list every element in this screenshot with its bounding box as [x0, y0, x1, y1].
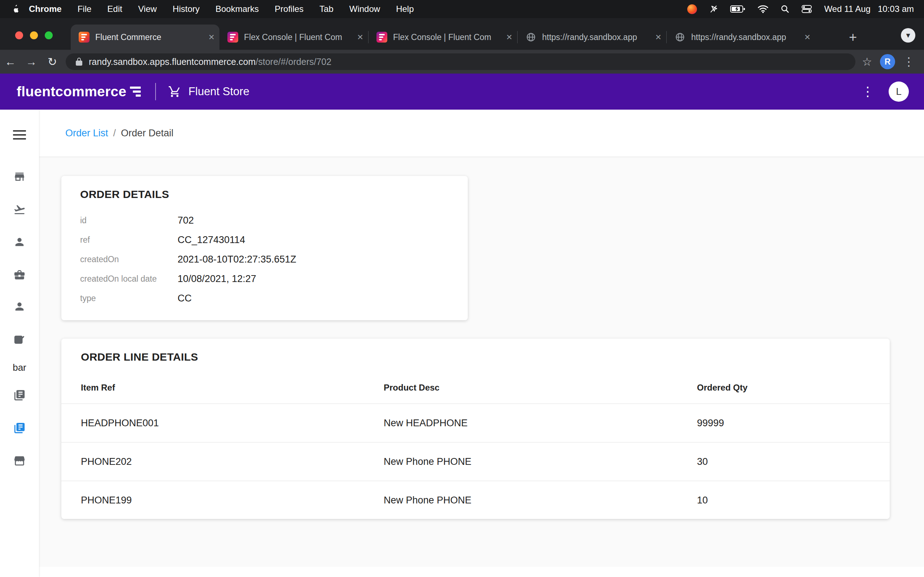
tab-sandbox-1[interactable]: https://randy.sandbox.app ×: [518, 24, 666, 50]
cell-ordered-qty: 10: [697, 495, 890, 506]
sidebar-item-work[interactable]: [13, 268, 26, 281]
tab-label: Flex Console | Fluent Com: [244, 32, 352, 42]
cell-item-ref: PHONE202: [81, 456, 384, 467]
cell-item-ref: PHONE199: [81, 495, 384, 506]
tab-close-icon[interactable]: ×: [656, 32, 661, 42]
tab-close-icon[interactable]: ×: [804, 32, 810, 42]
table-row[interactable]: PHONE199 New Phone PHONE 10: [61, 481, 890, 519]
sidebar-item-user[interactable]: [13, 300, 26, 313]
menubar-item-chrome[interactable]: Chrome: [29, 4, 62, 14]
globe-favicon-icon: [675, 32, 685, 43]
back-button[interactable]: ←: [0, 56, 21, 68]
secure-lock-icon[interactable]: [75, 57, 83, 66]
order-line-details-card: ORDER LINE DETAILS Item Ref Product Desc…: [61, 338, 890, 519]
tab-fluent-commerce[interactable]: Fluent Commerce ×: [71, 24, 220, 50]
order-line-details-title: ORDER LINE DETAILS: [81, 351, 890, 363]
reload-button[interactable]: ↻: [42, 56, 63, 68]
field-value: 10/08/2021, 12:27: [178, 273, 468, 285]
sidebar-item-catalog[interactable]: [13, 389, 26, 402]
tab-close-icon[interactable]: ×: [506, 32, 512, 42]
app-header-actions: ⋮ L: [861, 82, 909, 102]
tab-label: Flex Console | Fluent Com: [393, 32, 501, 42]
menubar-clock[interactable]: Wed 11 Aug 10:03 am: [824, 4, 914, 14]
pointer-disabled-icon[interactable]: [709, 5, 718, 13]
battery-icon[interactable]: [730, 5, 745, 13]
field-row: id 702: [80, 211, 468, 230]
field-row: createdOn local date 10/08/2021, 12:27: [80, 269, 468, 288]
menubar-item-help[interactable]: Help: [396, 4, 414, 14]
sidebar-item-store[interactable]: [13, 170, 26, 183]
table-row[interactable]: PHONE202 New Phone PHONE 30: [61, 443, 890, 481]
new-tab-button[interactable]: +: [845, 29, 861, 45]
field-value: CC_127430114: [178, 234, 468, 246]
cell-product-desc: New Phone PHONE: [384, 456, 697, 467]
tab-close-icon[interactable]: ×: [208, 32, 215, 42]
browser-menu-icon[interactable]: ⋮: [903, 55, 914, 69]
tab-label: https://randy.sandbox.app: [691, 32, 800, 42]
app-overflow-menu-icon[interactable]: ⋮: [861, 84, 874, 99]
tab-label: https://randy.sandbox.app: [542, 32, 650, 42]
cell-product-desc: New Phone PHONE: [384, 495, 697, 506]
header-divider: [155, 83, 156, 100]
wifi-icon[interactable]: [758, 5, 769, 13]
window-controls: [15, 31, 53, 39]
fluentcommerce-logo-mark-icon: [130, 87, 141, 97]
sidebar-item-flight[interactable]: [13, 203, 26, 216]
page-footer-strip: [39, 567, 924, 577]
window-close-button[interactable]: [15, 31, 23, 39]
spotlight-search-icon[interactable]: [781, 5, 789, 13]
control-center-icon[interactable]: [802, 5, 812, 13]
field-label: ref: [80, 235, 178, 245]
cell-item-ref: HEADPHONE001: [81, 417, 384, 429]
browser-profile-avatar[interactable]: R: [880, 54, 895, 69]
window-zoom-button[interactable]: [45, 31, 53, 39]
field-value: 702: [178, 215, 468, 226]
tab-flex-console-1[interactable]: Flex Console | Fluent Com ×: [220, 24, 368, 50]
field-value: CC: [178, 293, 468, 304]
menubar-item-profiles[interactable]: Profiles: [275, 4, 304, 14]
store-name[interactable]: Fluent Store: [188, 85, 249, 98]
screen: Chrome File Edit View History Bookmarks …: [0, 0, 924, 577]
bookmark-star-icon[interactable]: ☆: [862, 55, 872, 69]
order-details-card: ORDER DETAILS id 702 ref CC_127430114 cr…: [61, 176, 468, 320]
field-row: createdOn 2021-08-10T02:27:35.651Z: [80, 250, 468, 269]
flex-favicon-icon: [376, 32, 387, 43]
menubar-item-view[interactable]: View: [138, 4, 157, 14]
breadcrumb-order-list-link[interactable]: Order List: [65, 128, 108, 139]
menubar-item-bookmarks[interactable]: Bookmarks: [215, 4, 259, 14]
menubar-item-edit[interactable]: Edit: [107, 4, 122, 14]
app-indicator-icon[interactable]: [687, 4, 697, 14]
breadcrumb: Order List / Order Detail: [39, 110, 924, 156]
chrome-toolbar: ← → ↻ randy.sandbox.apps.fluentcommerce.…: [0, 50, 924, 74]
cart-icon: [168, 85, 181, 98]
menu-hamburger-icon[interactable]: [13, 130, 26, 140]
url-path: /store/#/orders/702: [255, 56, 331, 67]
fluentcommerce-logo[interactable]: fluentcommerce: [16, 84, 126, 100]
cell-ordered-qty: 30: [697, 456, 890, 467]
sidebar-item-bar[interactable]: bar: [0, 362, 39, 373]
forward-button[interactable]: →: [21, 56, 42, 68]
tab-close-icon[interactable]: ×: [357, 32, 363, 42]
chrome-tabstrip: Fluent Commerce × Flex Console | Fluent …: [0, 18, 924, 50]
sidebar-item-tasks[interactable]: [13, 333, 26, 346]
tab-search-button[interactable]: ▾: [901, 28, 915, 43]
address-bar[interactable]: randy.sandbox.apps.fluentcommerce.com/st…: [66, 53, 855, 70]
menubar-item-window[interactable]: Window: [349, 4, 380, 14]
table-row[interactable]: HEADPHONE001 New HEADPHONE 99999: [61, 404, 890, 443]
sidebar: bar: [0, 110, 39, 577]
tab-sandbox-2[interactable]: https://randy.sandbox.app ×: [667, 24, 815, 50]
sidebar-item-customer[interactable]: [13, 235, 26, 248]
window-minimize-button[interactable]: [30, 31, 38, 39]
user-avatar[interactable]: L: [888, 82, 909, 102]
tab-flex-console-2[interactable]: Flex Console | Fluent Com ×: [368, 24, 517, 50]
menubar-item-file[interactable]: File: [78, 4, 92, 14]
sidebar-item-storefront[interactable]: [13, 455, 26, 467]
breadcrumb-current: Order Detail: [121, 128, 174, 139]
menubar-date: Wed 11 Aug: [824, 4, 871, 14]
macos-menubar: Chrome File Edit View History Bookmarks …: [0, 0, 924, 18]
menubar-item-tab[interactable]: Tab: [320, 4, 333, 14]
sidebar-item-orders-active[interactable]: [13, 422, 26, 435]
order-details-title: ORDER DETAILS: [80, 188, 468, 200]
apple-menu-icon[interactable]: [11, 4, 19, 14]
menubar-item-history[interactable]: History: [173, 4, 200, 14]
